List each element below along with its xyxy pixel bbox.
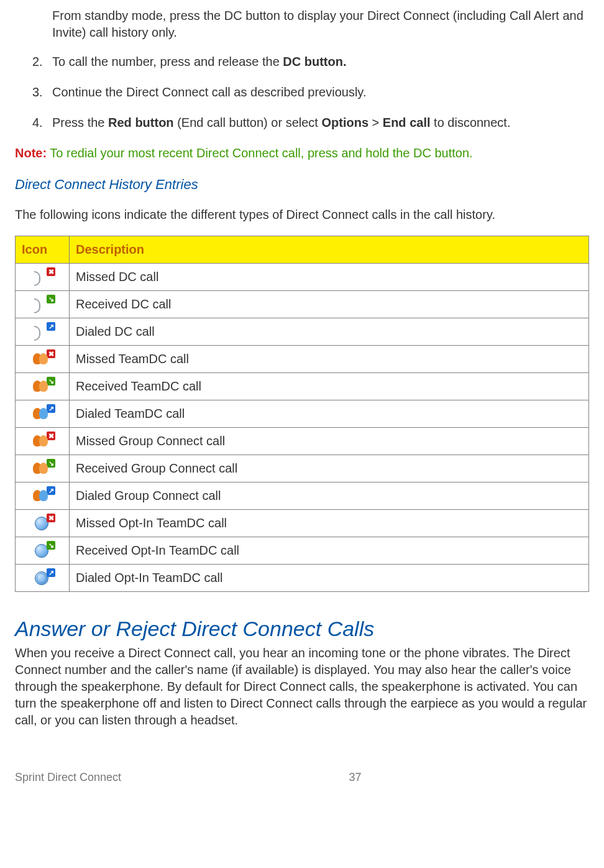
page-footer: Sprint Direct Connect 37 — [15, 771, 589, 784]
t: (End call button) or select — [174, 116, 322, 129]
icon-cell: ↘ — [16, 455, 70, 482]
t: Press the — [52, 116, 108, 129]
globe-icon: ↗ — [32, 571, 53, 586]
desc-cell: Dialed DC call — [70, 318, 589, 345]
icon-cell: ↗ — [16, 564, 70, 591]
desc-cell: Received DC call — [70, 290, 589, 318]
icon-cell: ✖ — [16, 509, 70, 537]
desc-cell: Missed Opt-In TeamDC call — [70, 509, 589, 537]
desc-cell: Dialed Opt-In TeamDC call — [70, 564, 589, 591]
icon-cell: ✖ — [16, 345, 70, 372]
status-badge-icon: ✖ — [47, 267, 55, 276]
status-badge-icon: ↘ — [47, 459, 55, 468]
step-text: Press the Red button (End call button) o… — [52, 114, 510, 131]
desc-cell: Received TeamDC call — [70, 372, 589, 400]
people-icon: ↘ — [32, 379, 53, 394]
icon-cell: ↗ — [16, 482, 70, 509]
history-subhead: Direct Connect History Entries — [15, 175, 589, 194]
section-heading: Answer or Reject Direct Connect Calls — [15, 617, 589, 641]
note-label: Note: — [15, 146, 47, 160]
status-badge-icon: ↗ — [47, 486, 55, 495]
status-badge-icon: ↘ — [47, 541, 55, 550]
footer-title: Sprint Direct Connect — [15, 771, 121, 784]
table-row: ✖Missed Opt-In TeamDC call — [16, 509, 589, 537]
icon-cell: ✖ — [16, 263, 70, 290]
walkie-icon: ↗ — [32, 325, 53, 339]
status-badge-icon: ↗ — [47, 568, 55, 577]
status-badge-icon: ↘ — [47, 295, 55, 303]
th-desc: Description — [70, 236, 589, 263]
desc-cell: Dialed TeamDC call — [70, 400, 589, 427]
note: Note: To redial your most recent Direct … — [15, 145, 589, 162]
status-badge-icon: ✖ — [47, 514, 55, 522]
step-text: Continue the Direct Connect call as desc… — [52, 84, 366, 101]
walkie-icon: ↘ — [32, 297, 53, 312]
people-icon: ✖ — [32, 434, 53, 449]
desc-cell: Dialed Group Connect call — [70, 482, 589, 509]
step-text-bold: DC button. — [283, 55, 346, 68]
footer-page: 37 — [121, 771, 589, 784]
step-text: To call the number, press and release th… — [52, 53, 347, 70]
note-text: To redial your most recent Direct Connec… — [47, 146, 473, 160]
status-badge-icon: ↘ — [47, 377, 55, 386]
step-4: 4. Press the Red button (End call button… — [32, 114, 589, 131]
icon-cell: ↗ — [16, 318, 70, 345]
table-row: ↗Dialed Opt-In TeamDC call — [16, 564, 589, 591]
people-icon: ↗ — [32, 489, 53, 504]
icon-cell: ↘ — [16, 290, 70, 318]
step-marker: 2. — [32, 53, 52, 70]
status-badge-icon: ✖ — [47, 349, 55, 358]
th-icon: Icon — [16, 236, 70, 263]
status-badge-icon: ✖ — [47, 432, 55, 440]
table-row: ↘Received Group Connect call — [16, 455, 589, 482]
icon-table: Icon Description ✖Missed DC call↘Receive… — [15, 236, 589, 592]
desc-cell: Missed TeamDC call — [70, 345, 589, 372]
table-row: ↘Received TeamDC call — [16, 372, 589, 400]
step-marker: 4. — [32, 114, 52, 131]
table-row: ↗Dialed DC call — [16, 318, 589, 345]
step-text-pre: To call the number, press and release th… — [52, 55, 283, 68]
icon-cell: ↗ — [16, 400, 70, 427]
t: > — [368, 116, 383, 129]
status-badge-icon: ↗ — [47, 404, 55, 413]
section-body: When you receive a Direct Connect call, … — [15, 645, 589, 729]
t-bold: Red button — [108, 116, 174, 129]
step-3: 3. Continue the Direct Connect call as d… — [32, 84, 589, 101]
table-row: ✖Missed TeamDC call — [16, 345, 589, 372]
step-marker: 3. — [32, 84, 52, 101]
table-row: ↘Received DC call — [16, 290, 589, 318]
walkie-icon: ✖ — [32, 270, 53, 285]
table-row: ✖Missed DC call — [16, 263, 589, 290]
table-row: ✖Missed Group Connect call — [16, 427, 589, 455]
step-2: 2. To call the number, press and release… — [32, 53, 589, 70]
t-bold: End call — [383, 116, 431, 129]
table-row: ↗Dialed Group Connect call — [16, 482, 589, 509]
desc-cell: Missed Group Connect call — [70, 427, 589, 455]
desc-cell: Received Group Connect call — [70, 455, 589, 482]
status-badge-icon: ↗ — [47, 322, 55, 331]
desc-cell: Missed DC call — [70, 263, 589, 290]
icon-cell: ✖ — [16, 427, 70, 455]
t-bold: Options — [321, 116, 368, 129]
table-row: ↗Dialed TeamDC call — [16, 400, 589, 427]
document-page: From standby mode, press the DC button t… — [0, 0, 604, 801]
people-icon: ↘ — [32, 461, 53, 476]
table-row: ↘Received Opt-In TeamDC call — [16, 537, 589, 564]
globe-icon: ↘ — [32, 543, 53, 558]
intro-paragraph: From standby mode, press the DC button t… — [52, 7, 589, 41]
history-desc: The following icons indicate the differe… — [15, 206, 589, 223]
table-header-row: Icon Description — [16, 236, 589, 263]
icon-cell: ↘ — [16, 372, 70, 400]
steps-list: 2. To call the number, press and release… — [15, 53, 589, 131]
people-icon: ↗ — [32, 407, 53, 422]
t: to disconnect. — [431, 116, 511, 129]
icon-cell: ↘ — [16, 537, 70, 564]
people-icon: ✖ — [32, 352, 53, 367]
globe-icon: ✖ — [32, 516, 53, 531]
desc-cell: Received Opt-In TeamDC call — [70, 537, 589, 564]
